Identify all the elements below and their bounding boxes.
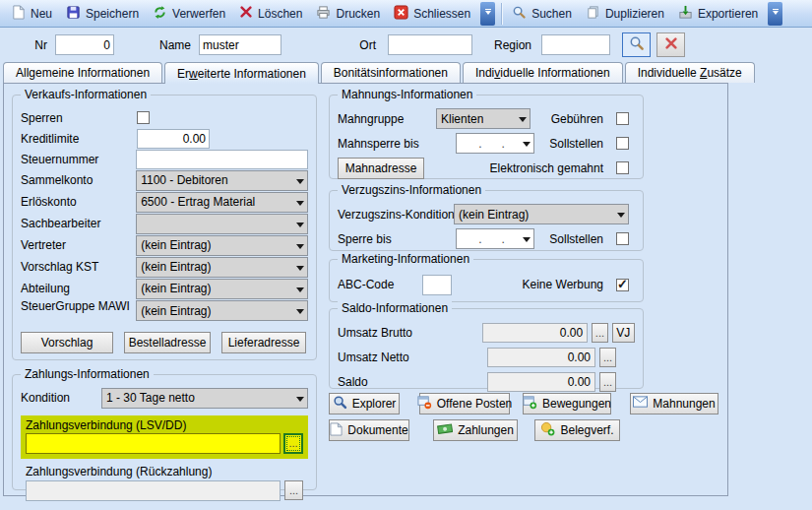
tab-label: iduelle Informationen bbox=[500, 66, 609, 80]
vj-button[interactable]: VJ bbox=[612, 323, 635, 343]
action-button-row-1: Explorer Offene Posten Bewegungen Mahnun… bbox=[329, 393, 718, 414]
sperre-bis-datepicker[interactable]: . . bbox=[456, 228, 534, 249]
duplicate-icon bbox=[586, 5, 600, 23]
steuernummer-label: Steuernummer bbox=[21, 153, 136, 166]
duplicate-button-label: Duplizieren bbox=[605, 7, 664, 21]
rueckzahlung-browse-button[interactable]: ... bbox=[284, 480, 303, 500]
bewegungen-button[interactable]: Bewegungen bbox=[523, 393, 611, 414]
new-button[interactable]: Neu bbox=[4, 2, 59, 26]
umsatz-netto-browse-button[interactable]: ... bbox=[599, 348, 616, 367]
saldo-browse-button[interactable]: ... bbox=[599, 372, 616, 392]
toolbar-overflow-button-2[interactable] bbox=[768, 2, 782, 26]
printer-icon bbox=[316, 5, 331, 23]
tab-allgemeine-informationen[interactable]: Allgemeine Informationen bbox=[3, 62, 162, 83]
vorschlag-button[interactable]: Vorschlag bbox=[21, 332, 113, 353]
discard-button[interactable]: Verwerfen bbox=[146, 2, 232, 26]
dokumente-button[interactable]: Dokumente bbox=[329, 419, 409, 441]
verzugszins-sollstellen-checkbox[interactable] bbox=[616, 232, 629, 245]
sachbearbeiter-dropdown[interactable] bbox=[136, 214, 308, 234]
tab-bonitaetsinformationen[interactable]: Bonitätsinformationen bbox=[321, 62, 461, 83]
ort-input[interactable] bbox=[388, 34, 472, 55]
close-button[interactable]: Schliessen bbox=[387, 2, 477, 26]
umsatz-netto-field: 0.00 bbox=[487, 348, 595, 367]
tab-label: Individuelle bbox=[638, 66, 700, 80]
verzugszins-kondition-dropdown[interactable]: (kein Eintrag) bbox=[454, 204, 629, 224]
duplicate-button[interactable]: Duplizieren bbox=[579, 2, 671, 26]
lieferadresse-button[interactable]: Lieferadresse bbox=[221, 332, 306, 353]
save-button[interactable]: Speichern bbox=[59, 2, 146, 26]
abteilung-value: (kein Eintrag) bbox=[141, 282, 211, 295]
umsatz-brutto-browse-button[interactable]: ... bbox=[592, 323, 608, 343]
browse-dots-label: ... bbox=[289, 484, 298, 496]
print-button[interactable]: Drucken bbox=[309, 2, 387, 26]
erloeskonto-dropdown[interactable]: 6500 - Ertrag Material bbox=[136, 192, 308, 213]
lsv-browse-button[interactable]: ... bbox=[283, 433, 303, 454]
steuernummer-input[interactable] bbox=[136, 150, 308, 169]
search-button-label: Suchen bbox=[531, 7, 572, 21]
vorschlag-button-label: Vorschlag bbox=[41, 336, 94, 350]
vorschlag-kst-value: (kein Eintrag) bbox=[141, 260, 211, 274]
nr-input[interactable] bbox=[55, 34, 114, 55]
chevron-down-icon bbox=[296, 201, 304, 210]
zahlungsverbindung-lsv-input[interactable] bbox=[26, 433, 281, 454]
export-button-label: Exportieren bbox=[698, 7, 758, 21]
toolbar-overflow-button[interactable] bbox=[480, 2, 495, 26]
name-input[interactable] bbox=[199, 34, 281, 55]
zahlungsverbindung-rueckzahlung-input[interactable] bbox=[26, 480, 281, 501]
mahnungen-button-label: Mahnungen bbox=[653, 397, 715, 411]
mahnung-sollstellen-checkbox[interactable] bbox=[616, 137, 629, 150]
vertreter-dropdown[interactable]: (kein Eintrag) bbox=[136, 235, 308, 256]
tab-individuelle-informationen[interactable]: Individuelle Informationen bbox=[463, 62, 623, 83]
mahnadresse-button[interactable]: Mahnadresse bbox=[338, 158, 424, 179]
tab-erweiterte-informationen[interactable]: Erweiterte Informationen bbox=[164, 62, 319, 84]
zahlungen-button[interactable]: Zahlungen bbox=[433, 419, 518, 441]
explorer-magnifier-icon bbox=[333, 395, 347, 413]
elektronisch-gemahnt-checkbox[interactable] bbox=[616, 161, 629, 174]
sperren-checkbox[interactable] bbox=[137, 111, 150, 124]
dokumente-button-label: Dokumente bbox=[347, 423, 407, 437]
abc-code-input[interactable] bbox=[422, 275, 452, 295]
region-input[interactable] bbox=[541, 34, 610, 55]
chevron-down-icon bbox=[523, 237, 531, 246]
chevron-down-icon bbox=[296, 397, 304, 406]
bewegungen-button-label: Bewegungen bbox=[542, 397, 611, 411]
chevron-down-icon bbox=[296, 266, 304, 275]
mahngruppe-label: Mahngruppe bbox=[338, 112, 436, 126]
tab-individuelle-zusaetze[interactable]: Individuelle Zusätze bbox=[625, 62, 755, 83]
kreditlimite-input[interactable] bbox=[137, 129, 210, 149]
chevron-down-icon bbox=[296, 287, 304, 296]
zahlungsverbindung-lsv-label: Zahlungsverbindung (LSV/DD) bbox=[26, 418, 303, 432]
delete-x-icon bbox=[239, 5, 253, 22]
verzugszins-kondition-value: (kein Eintrag) bbox=[459, 208, 529, 222]
delete-button[interactable]: Löschen bbox=[232, 2, 309, 26]
gebuehren-checkbox[interactable] bbox=[616, 112, 629, 125]
sammelkonto-dropdown[interactable]: 1100 - Debitoren bbox=[136, 170, 308, 191]
tab-label: Er bbox=[177, 67, 189, 81]
groupbox-verkaufs-informationen: Verkaufs-Informationen Sperren Kreditlim… bbox=[12, 95, 317, 360]
export-button[interactable]: Exportieren bbox=[671, 2, 765, 26]
mahnungen-button[interactable]: Mahnungen bbox=[630, 393, 718, 414]
offene-posten-button[interactable]: Offene Posten bbox=[419, 393, 510, 414]
steuergruppe-mawi-dropdown[interactable]: (kein Eintrag) bbox=[136, 300, 308, 321]
bestelladresse-button[interactable]: Bestelladresse bbox=[124, 332, 211, 353]
mahnsperre-bis-datepicker[interactable]: . . bbox=[456, 133, 534, 154]
keine-werbung-label: Keine Werbung bbox=[523, 278, 604, 291]
toolbar-separator bbox=[501, 3, 502, 25]
record-search-button[interactable] bbox=[622, 32, 651, 57]
kondition-dropdown[interactable]: 1 - 30 Tage netto bbox=[101, 388, 308, 409]
new-document-icon bbox=[11, 5, 26, 23]
search-button[interactable]: Suchen bbox=[505, 2, 579, 26]
open-items-icon bbox=[417, 395, 432, 413]
record-clear-button[interactable] bbox=[656, 32, 685, 57]
groupbox-zahlungs-informationen: Zahlungs-Informationen Kondition 1 - 30 … bbox=[12, 374, 317, 490]
mahngruppe-dropdown[interactable]: Klienten bbox=[436, 108, 531, 129]
abteilung-dropdown[interactable]: (kein Eintrag) bbox=[136, 279, 308, 299]
keine-werbung-checkbox[interactable] bbox=[616, 279, 629, 291]
belegverf-button[interactable]: Belegverf. bbox=[534, 419, 620, 441]
chevron-down-icon bbox=[296, 244, 304, 253]
discard-button-label: Verwerfen bbox=[172, 7, 225, 21]
vorschlag-kst-dropdown[interactable]: (kein Eintrag) bbox=[136, 257, 308, 278]
kondition-label: Kondition bbox=[21, 391, 101, 405]
explorer-button[interactable]: Explorer bbox=[329, 393, 400, 414]
verzugszins-kondition-label: Verzugszins-Kondition bbox=[338, 208, 454, 222]
